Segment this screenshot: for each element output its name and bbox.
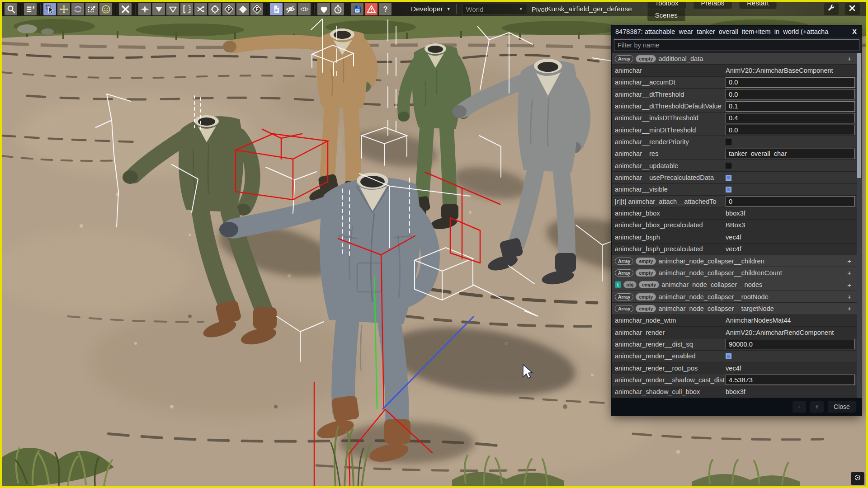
tool-outliner-button[interactable]: s: [24, 3, 37, 15]
property-row[interactable]: animchar_bboxbbox3f: [612, 207, 857, 219]
property-row[interactable]: Arrayemptyadditional_data+: [612, 53, 857, 65]
property-row[interactable]: tobjemptyanimchar_node_collapser__nodes+: [612, 279, 857, 291]
expand-array-button[interactable]: +: [847, 269, 855, 277]
property-row[interactable]: Arrayemptyanimchar_node_collapser__child…: [612, 267, 857, 279]
tool-scale-button[interactable]: [85, 3, 98, 15]
tool-dropdown-filled-button[interactable]: [152, 3, 165, 15]
property-row[interactable]: animchar_bsphvec4f: [612, 231, 857, 243]
tool-pivot-f-button[interactable]: F: [250, 3, 263, 15]
property-value-input[interactable]: 0.0: [726, 77, 855, 88]
property-row[interactable]: animchar__usePrecalculatedData: [612, 172, 857, 183]
viewport-settings-button[interactable]: [851, 472, 864, 485]
wrench-icon: [826, 4, 835, 14]
decrement-button[interactable]: -: [793, 401, 806, 413]
property-row[interactable]: animchar__minDtThreshold0.0: [612, 124, 857, 136]
inspector-title-bar[interactable]: 8478387: attachable_wear_tanker_overall_…: [612, 26, 862, 38]
property-value-input[interactable]: 0.1: [726, 101, 855, 112]
property-row[interactable]: animchar__renderPriority: [612, 136, 857, 148]
property-row[interactable]: animchar__restanker_overall_char: [612, 148, 857, 160]
property-checkbox[interactable]: [726, 139, 731, 145]
property-row[interactable]: animchar_render__enabled: [612, 351, 857, 362]
toolbox-button[interactable]: Toolbox: [647, 0, 686, 9]
tool-help-button[interactable]: ?: [379, 3, 392, 15]
tool-rotate-button[interactable]: [71, 3, 84, 15]
property-row[interactable]: animchar_render__root_posvec4f: [612, 362, 857, 374]
expand-array-button[interactable]: +: [847, 281, 855, 289]
mode-dropdown[interactable]: Developer ▼: [411, 5, 451, 13]
property-row[interactable]: animchar_bsph_precalculatedvec4f: [612, 244, 857, 255]
tool-snap-button[interactable]: [138, 3, 151, 15]
type-badge-array: Array: [615, 305, 633, 312]
expand-array-button[interactable]: +: [847, 55, 855, 62]
property-checkbox[interactable]: [726, 175, 731, 181]
property-row[interactable]: Arrayemptyanimchar_node_collapser__targe…: [612, 303, 857, 314]
property-label: animchar__accumDt: [615, 79, 675, 86]
property-value-input[interactable]: 0: [726, 196, 855, 206]
property-checkbox[interactable]: [726, 353, 731, 359]
tool-eye-off-button[interactable]: [284, 3, 297, 15]
tool-search-button[interactable]: [5, 3, 17, 15]
inspector-close-button[interactable]: X: [849, 28, 860, 35]
tool-eye-dashed-button[interactable]: [298, 3, 311, 15]
tool-smiley-button[interactable]: [99, 3, 112, 15]
inspector-scrollbar[interactable]: [857, 53, 862, 398]
increment-button[interactable]: +: [810, 401, 824, 413]
property-row[interactable]: [r][t] animchar_attach__attachedTo0: [612, 196, 857, 207]
tool-pivot-p-button[interactable]: P: [222, 3, 235, 15]
property-row[interactable]: animchar_shadow_cull_bboxbbox3f: [612, 386, 857, 398]
property-value-text: AnimV20::AnimcharBaseComponent: [726, 67, 833, 74]
tool-mirror-button[interactable]: [180, 3, 193, 15]
scenes-button[interactable]: Scenes: [647, 9, 685, 21]
entity-inspector-panel: 8478387: attachable_wear_tanker_overall_…: [612, 26, 862, 415]
tool-save-button[interactable]: [351, 3, 363, 15]
restart-button[interactable]: Restart: [739, 0, 776, 9]
settings-wrench-button[interactable]: [824, 3, 839, 15]
scrollbar-thumb[interactable]: [857, 53, 861, 178]
tool-select-button[interactable]: [43, 3, 56, 15]
property-row[interactable]: animchar__dtThreshold0.0: [612, 89, 857, 100]
property-row[interactable]: animchar_bbox_precalculatedBBox3: [612, 220, 857, 231]
tool-timer-button[interactable]: [331, 3, 344, 15]
tool-move-button[interactable]: [57, 3, 70, 15]
tool-diamond-button[interactable]: [236, 3, 249, 15]
world-dropdown[interactable]: World ▼: [462, 4, 527, 15]
property-checkbox[interactable]: [726, 163, 731, 169]
property-row[interactable]: animchar_renderAnimV20::AnimcharRendComp…: [612, 327, 857, 338]
property-value-input[interactable]: tanker_overall_char: [726, 149, 855, 159]
property-row[interactable]: animchar__invisDtThreshold0.4: [612, 113, 857, 124]
property-row[interactable]: animchar__visible: [612, 184, 857, 196]
property-label: animchar_bbox_precalculated: [615, 221, 703, 229]
type-badge-empty: empty: [639, 281, 659, 288]
property-row[interactable]: animchar_render__dist_sq90000.0: [612, 338, 857, 350]
property-row[interactable]: Arrayemptyanimchar_node_collapser__rootN…: [612, 291, 857, 303]
property-row[interactable]: animchar_render__shadow_cast_dist4.53873: [612, 374, 857, 386]
close-panel-button[interactable]: Close: [828, 401, 856, 413]
property-value-input[interactable]: 4.53873: [726, 375, 855, 385]
property-row[interactable]: Arrayemptyanimchar_node_collapser__child…: [612, 255, 857, 267]
filter-input[interactable]: Filter by name: [614, 39, 859, 51]
eye-dashed-icon: [299, 4, 310, 14]
prefabs-button[interactable]: Prefabs: [693, 0, 732, 9]
property-row[interactable]: animcharAnimV20::AnimcharBaseComponent: [612, 65, 857, 76]
tool-warning-button[interactable]: [365, 3, 377, 15]
property-checkbox[interactable]: [726, 187, 731, 192]
property-value-input[interactable]: 0.4: [726, 113, 855, 123]
tool-document-button[interactable]: [270, 3, 283, 15]
property-value-input[interactable]: 0.0: [726, 89, 855, 99]
property-value-input[interactable]: 90000.0: [726, 339, 855, 349]
tool-target-button[interactable]: [208, 3, 221, 15]
property-row[interactable]: animchar__accumDt0.0: [612, 77, 857, 89]
property-label: animchar_render: [615, 329, 665, 336]
tool-dropdown-outline-button[interactable]: [166, 3, 179, 15]
expand-array-button[interactable]: +: [847, 293, 855, 300]
expand-array-button[interactable]: +: [847, 305, 855, 312]
tool-delete-button[interactable]: [119, 3, 132, 15]
tool-swap-button[interactable]: [194, 3, 207, 15]
property-row[interactable]: animchar__dtThresholdDefaultValue0.1: [612, 100, 857, 112]
expand-array-button[interactable]: +: [847, 257, 855, 265]
tool-heart-button[interactable]: [317, 3, 330, 15]
property-row[interactable]: animchar_node_wtmAnimcharNodesMat44: [612, 315, 857, 327]
property-value-input[interactable]: 0.0: [726, 125, 855, 135]
property-row[interactable]: animchar__updatable: [612, 160, 857, 172]
close-editor-button[interactable]: [845, 3, 860, 15]
